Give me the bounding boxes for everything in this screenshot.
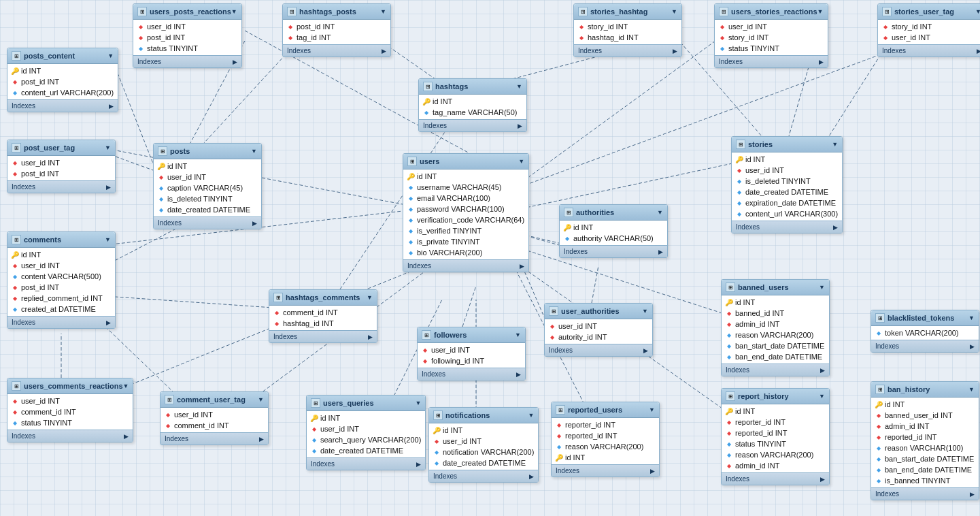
table-field[interactable]: ◆user_id INT xyxy=(7,396,133,406)
table-header-ban_history[interactable]: ⊞ban_history▼ xyxy=(871,382,979,398)
table-footer-banned_users[interactable]: Indexes▶ xyxy=(722,364,829,376)
table-field[interactable]: ◆reason VARCHAR(200) xyxy=(722,329,829,340)
table-header-comment_user_tag[interactable]: ⊞comment_user_tag▼ xyxy=(160,392,268,408)
dropdown-arrow-icon[interactable]: ▼ xyxy=(819,393,825,400)
dropdown-arrow-icon[interactable]: ▼ xyxy=(642,308,648,315)
dropdown-arrow-icon[interactable]: ▼ xyxy=(968,386,975,393)
table-field[interactable]: 🔑id INT xyxy=(871,399,979,410)
table-footer-hashtags[interactable]: Indexes▶ xyxy=(419,119,526,131)
table-field[interactable]: ◆date_created DATETIME xyxy=(307,445,425,456)
table-header-users_posts_reactions[interactable]: ⊞users_posts_reactions▼ xyxy=(133,4,241,20)
table-header-hashtags_posts[interactable]: ⊞hashtags_posts▼ xyxy=(283,4,390,20)
dropdown-arrow-icon[interactable]: ▼ xyxy=(415,400,421,406)
footer-expand-icon[interactable]: ▶ xyxy=(106,184,111,191)
dropdown-arrow-icon[interactable]: ▼ xyxy=(819,284,825,291)
table-field[interactable]: ◆admin_id INT xyxy=(722,319,829,329)
dropdown-arrow-icon[interactable]: ▼ xyxy=(968,315,975,321)
table-field[interactable]: ◆comment_id INT xyxy=(7,406,133,417)
table-field[interactable]: ◆ban_start_date DATETIME xyxy=(871,453,979,464)
table-field[interactable]: ◆admin_id INT xyxy=(871,421,979,432)
table-footer-user_authorities[interactable]: Indexes▶ xyxy=(545,344,652,356)
dropdown-arrow-icon[interactable]: ▼ xyxy=(367,294,373,301)
table-field[interactable]: ◆search_query VARCHAR(200) xyxy=(307,434,425,445)
table-field[interactable]: ◆comment_id INT xyxy=(160,420,268,431)
table-field[interactable]: ◆user_id INT xyxy=(429,436,538,447)
table-field[interactable]: ◆post_id INT xyxy=(133,32,241,43)
table-footer-users[interactable]: Indexes▶ xyxy=(403,259,528,272)
footer-expand-icon[interactable]: ▶ xyxy=(382,48,386,54)
table-field[interactable]: ◆user_id INT xyxy=(7,157,115,168)
table-field[interactable]: 🔑id INT xyxy=(7,249,115,260)
table-header-reported_users[interactable]: ⊞reported_users▼ xyxy=(552,402,659,418)
table-field[interactable]: ◆user_id INT xyxy=(160,409,268,420)
footer-expand-icon[interactable]: ▶ xyxy=(643,347,648,354)
table-footer-hashtags_posts[interactable]: Indexes▶ xyxy=(283,44,390,57)
table-field[interactable]: ◆notification VARCHAR(200) xyxy=(429,447,538,457)
table-field[interactable]: ◆status TINYINT xyxy=(722,438,829,449)
table-field[interactable]: ◆hashtag_id INT xyxy=(269,318,377,329)
table-field[interactable]: ◆user_id INT xyxy=(545,321,652,332)
dropdown-arrow-icon[interactable]: ▼ xyxy=(516,83,522,90)
table-field[interactable]: ◆banned_user_id INT xyxy=(871,410,979,421)
table-header-post_user_tag[interactable]: ⊞post_user_tag▼ xyxy=(7,140,115,156)
dropdown-arrow-icon[interactable]: ▼ xyxy=(817,8,824,15)
table-field[interactable]: 🔑id INT xyxy=(722,297,829,308)
table-field[interactable]: 🔑id INT xyxy=(154,161,261,172)
table-field[interactable]: ◆status TINYINT xyxy=(7,417,133,428)
table-field[interactable]: ◆story_id INT xyxy=(574,21,681,32)
table-header-users_comments_reactions[interactable]: ⊞users_comments_reactions▼ xyxy=(7,378,133,394)
dropdown-arrow-icon[interactable]: ▼ xyxy=(832,141,838,148)
table-field[interactable]: ◆date_created DATETIME xyxy=(732,187,842,197)
table-footer-comment_user_tag[interactable]: Indexes▶ xyxy=(160,432,268,445)
table-footer-posts_content[interactable]: Indexes▶ xyxy=(7,99,118,112)
table-field[interactable]: ◆reason VARCHAR(100) xyxy=(871,442,979,453)
table-field[interactable]: ◆user_id INT xyxy=(715,21,828,32)
footer-expand-icon[interactable]: ▶ xyxy=(233,59,237,65)
table-field[interactable]: ◆bio VARCHAR(200) xyxy=(403,247,528,258)
table-field[interactable]: ◆post_id INT xyxy=(7,168,115,179)
table-field[interactable]: ◆password VARCHAR(100) xyxy=(403,204,528,214)
dropdown-arrow-icon[interactable]: ▼ xyxy=(105,144,111,151)
footer-expand-icon[interactable]: ▶ xyxy=(819,59,824,65)
table-field[interactable]: ◆user_id INT xyxy=(7,260,115,271)
dropdown-arrow-icon[interactable]: ▼ xyxy=(975,8,980,15)
table-field[interactable]: ◆is_banned TINYINT xyxy=(871,475,979,486)
table-footer-followers[interactable]: Indexes▶ xyxy=(418,368,525,380)
table-header-comments[interactable]: ⊞comments▼ xyxy=(7,232,115,248)
footer-expand-icon[interactable]: ▶ xyxy=(259,436,264,442)
table-footer-ban_history[interactable]: Indexes▶ xyxy=(871,487,979,500)
footer-expand-icon[interactable]: ▶ xyxy=(368,334,373,340)
table-header-authorities[interactable]: ⊞authorities▼ xyxy=(560,205,667,221)
table-footer-post_user_tag[interactable]: Indexes▶ xyxy=(7,180,115,193)
table-footer-report_history[interactable]: Indexes▶ xyxy=(722,472,829,485)
table-field[interactable]: 🔑id INT xyxy=(307,413,425,423)
table-header-blacklisted_tokens[interactable]: ⊞blacklisted_tokens▼ xyxy=(871,310,979,326)
table-header-posts[interactable]: ⊞posts▼ xyxy=(154,144,261,159)
table-field[interactable]: ◆replied_comment_id INT xyxy=(7,293,115,304)
footer-expand-icon[interactable]: ▶ xyxy=(820,367,825,374)
table-field[interactable]: ◆date_created DATETIME xyxy=(154,204,261,215)
table-field[interactable]: 🔑id INT xyxy=(419,96,526,107)
table-field[interactable]: ◆username VARCHAR(45) xyxy=(403,182,528,193)
dropdown-arrow-icon[interactable]: ▼ xyxy=(380,8,386,15)
table-footer-users_stories_reactions[interactable]: Indexes▶ xyxy=(715,55,828,67)
footer-expand-icon[interactable]: ▶ xyxy=(970,343,975,350)
dropdown-arrow-icon[interactable]: ▼ xyxy=(528,412,534,419)
table-field[interactable]: ◆reported_id INT xyxy=(552,430,659,441)
table-field[interactable]: ◆content_url VARCHAR(300) xyxy=(732,208,842,219)
table-field[interactable]: ◆story_id INT xyxy=(715,32,828,43)
dropdown-arrow-icon[interactable]: ▼ xyxy=(515,332,521,338)
table-footer-hashtags_comments[interactable]: Indexes▶ xyxy=(269,330,377,342)
footer-expand-icon[interactable]: ▶ xyxy=(833,224,838,231)
footer-expand-icon[interactable]: ▶ xyxy=(529,473,534,480)
table-header-user_authorities[interactable]: ⊞user_authorities▼ xyxy=(545,304,652,319)
table-field[interactable]: ◆story_id INT xyxy=(878,21,980,32)
footer-expand-icon[interactable]: ▶ xyxy=(977,48,980,54)
table-field[interactable]: 🔑id INT xyxy=(722,406,829,417)
table-field[interactable]: ◆created_at DATETIME xyxy=(7,304,115,315)
table-field[interactable]: ◆is_private TINYINT xyxy=(403,236,528,247)
table-field[interactable]: ◆verification_code VARCHAR(64) xyxy=(403,214,528,225)
table-field[interactable]: ◆tag_name VARCHAR(50) xyxy=(419,107,526,118)
table-field[interactable]: ◆ban_start_date DATETIME xyxy=(722,340,829,351)
dropdown-arrow-icon[interactable]: ▼ xyxy=(123,383,129,389)
